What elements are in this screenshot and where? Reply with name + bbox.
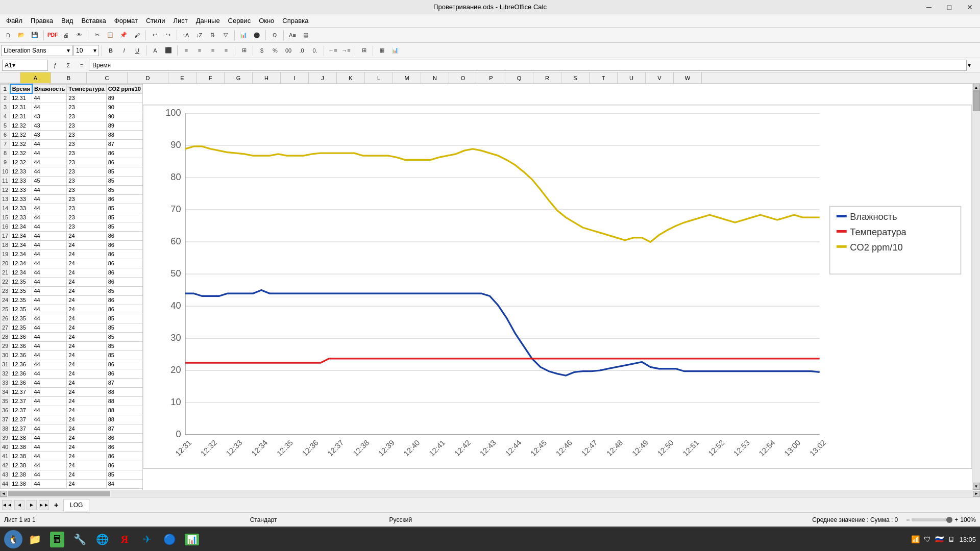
cell-A13[interactable]: 12.33	[10, 194, 32, 204]
cell-C23[interactable]: 24	[67, 286, 106, 295]
cell-A24[interactable]: 12.35	[10, 295, 32, 305]
cell-A23[interactable]: 12.35	[10, 286, 32, 295]
font-dropdown-icon[interactable]: ▾	[67, 47, 70, 54]
prev-sheet-button[interactable]: ◄	[14, 500, 24, 510]
cell-A41[interactable]: 12.38	[10, 452, 32, 461]
zoom-out-icon[interactable]: −	[906, 516, 910, 523]
cell-D7[interactable]: 87	[106, 139, 142, 148]
cell-D19[interactable]: 86	[106, 249, 142, 259]
autofilter-button[interactable]: ▽	[219, 29, 232, 41]
cell-A26[interactable]: 12.35	[10, 314, 32, 323]
indent-more-button[interactable]: →≡	[340, 44, 352, 57]
cell-D40[interactable]: 86	[106, 442, 142, 452]
align-center-button[interactable]: ≡	[193, 44, 206, 57]
scroll-up-button[interactable]: ▲	[973, 84, 980, 91]
cell-D4[interactable]: 90	[106, 112, 142, 121]
cell-B29[interactable]: 44	[32, 341, 67, 350]
cell-D8[interactable]: 86	[106, 148, 142, 158]
cell-C38[interactable]: 24	[67, 424, 106, 433]
cell-B34[interactable]: 44	[32, 387, 67, 396]
align-left-button[interactable]: ≡	[180, 44, 192, 57]
scroll-left-button[interactable]: ◄	[0, 491, 7, 497]
cell-D11[interactable]: 85	[106, 176, 142, 185]
styles-button[interactable]: A≡	[286, 29, 299, 41]
cell-B23[interactable]: 44	[32, 286, 67, 295]
table-style-button[interactable]: ▦	[376, 44, 388, 57]
cell-D32[interactable]: 86	[106, 369, 142, 378]
cell-B15[interactable]: 44	[32, 213, 67, 222]
cell-B41[interactable]: 44	[32, 452, 67, 461]
cell-D38[interactable]: 87	[106, 424, 142, 433]
col-header-K[interactable]: K	[337, 72, 365, 83]
sort-desc-button[interactable]: ↓Z	[193, 29, 205, 41]
cell-D22[interactable]: 86	[106, 277, 142, 286]
sort-button[interactable]: ⇅	[206, 29, 218, 41]
cell-C15[interactable]: 23	[67, 213, 106, 222]
cell-D5[interactable]: 89	[106, 121, 142, 130]
cell-C3[interactable]: 23	[67, 103, 106, 112]
cell-B42[interactable]: 44	[32, 461, 67, 470]
bold-button[interactable]: B	[105, 44, 117, 57]
cell-C18[interactable]: 24	[67, 240, 106, 249]
cell-A27[interactable]: 12.35	[10, 323, 32, 332]
formula-expand-button[interactable]: ▾	[968, 62, 978, 69]
col-header-W[interactable]: W	[674, 72, 702, 83]
align-right-button[interactable]: ≡	[207, 44, 219, 57]
menu-tools[interactable]: Сервис	[224, 15, 255, 26]
taskbar-calendar-button[interactable]: 📊	[182, 529, 202, 549]
cell-D30[interactable]: 85	[106, 350, 142, 360]
cell-C16[interactable]: 23	[67, 222, 106, 231]
taskbar-calc-button[interactable]: 🖩	[47, 529, 67, 549]
cell-B25[interactable]: 44	[32, 305, 67, 314]
cell-C28[interactable]: 24	[67, 332, 106, 341]
last-sheet-button[interactable]: ►►	[39, 500, 49, 510]
cell-A3[interactable]: 12.31	[10, 103, 32, 112]
cell-B1[interactable]: Влажность	[32, 84, 67, 93]
function-wizard-button[interactable]: ƒ	[49, 59, 61, 71]
cell-D6[interactable]: 88	[106, 130, 142, 139]
cell-D25[interactable]: 86	[106, 305, 142, 314]
cell-B19[interactable]: 44	[32, 249, 67, 259]
cell-A14[interactable]: 12.33	[10, 204, 32, 213]
cell-C7[interactable]: 23	[67, 139, 106, 148]
cell-A15[interactable]: 12.33	[10, 213, 32, 222]
cell-B4[interactable]: 43	[32, 112, 67, 121]
cell-A2[interactable]: 12.31	[10, 93, 32, 103]
taskbar-arduino-button[interactable]: 🔧	[69, 529, 90, 549]
font-selector[interactable]: Liberation Sans ▾	[1, 45, 72, 56]
cell-C25[interactable]: 24	[67, 305, 106, 314]
taskbar-mail-button[interactable]: ✈	[137, 529, 157, 549]
col-header-T[interactable]: T	[590, 72, 618, 83]
cell-D28[interactable]: 85	[106, 332, 142, 341]
cell-A31[interactable]: 12.36	[10, 360, 32, 369]
thousand-sep-button[interactable]: 00	[282, 44, 295, 57]
currency-button[interactable]: $	[256, 44, 268, 57]
cell-A40[interactable]: 12.38	[10, 442, 32, 452]
close-button[interactable]: ✕	[960, 0, 980, 14]
cell-D9[interactable]: 86	[106, 158, 142, 167]
cell-B3[interactable]: 44	[32, 103, 67, 112]
network-icon[interactable]: 📶	[911, 535, 920, 543]
cell-B17[interactable]: 44	[32, 231, 67, 240]
cell-D2[interactable]: 89	[106, 93, 142, 103]
minimize-button[interactable]: ─	[919, 0, 939, 14]
decrease-decimal-button[interactable]: 0.	[309, 44, 321, 57]
cell-C42[interactable]: 24	[67, 461, 106, 470]
cell-C12[interactable]: 23	[67, 185, 106, 194]
cell-D29[interactable]: 85	[106, 341, 142, 350]
cell-A39[interactable]: 12.38	[10, 433, 32, 442]
highlight-color-button[interactable]: ⬛	[162, 44, 175, 57]
cell-A19[interactable]: 12.34	[10, 249, 32, 259]
italic-button[interactable]: I	[118, 44, 130, 57]
cell-B5[interactable]: 43	[32, 121, 67, 130]
menu-edit[interactable]: Правка	[27, 15, 57, 26]
cell-D12[interactable]: 85	[106, 185, 142, 194]
size-dropdown-icon[interactable]: ▾	[93, 47, 96, 54]
menu-help[interactable]: Справка	[278, 15, 312, 26]
cell-C36[interactable]: 24	[67, 406, 106, 415]
cell-D41[interactable]: 86	[106, 452, 142, 461]
cell-C26[interactable]: 24	[67, 314, 106, 323]
flag-icon[interactable]: 🇷🇺	[935, 535, 944, 543]
cell-A29[interactable]: 12.36	[10, 341, 32, 350]
special-chars-button[interactable]: Ω	[268, 29, 281, 41]
